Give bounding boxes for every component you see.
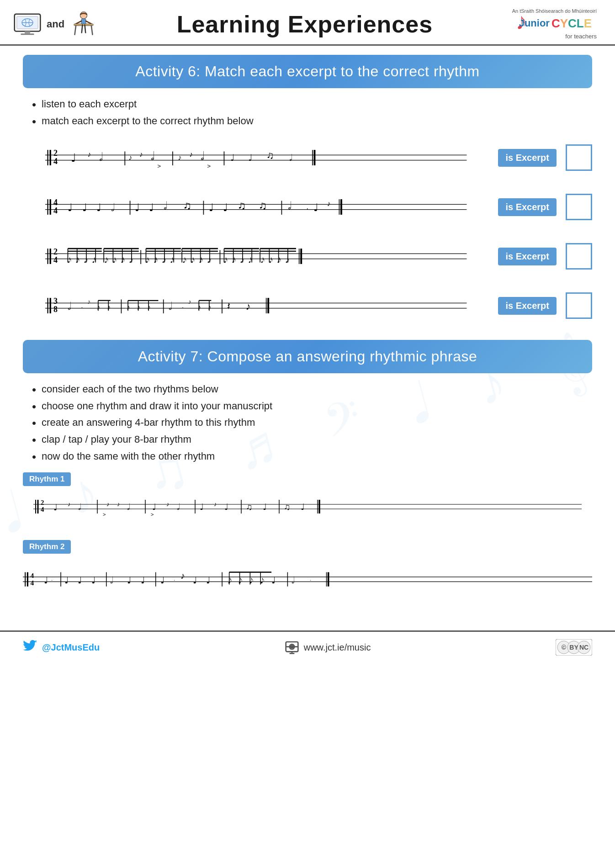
svg-text:♪: ♪ [246,301,251,312]
footer: @JctMusEdu www.jct.ie/music © B [0,630,615,663]
svg-text:♩: ♩ [263,502,267,512]
svg-text:𝅘𝅥𝅯: 𝅘𝅥𝅯 [232,257,236,263]
rhythm1-section: Rhythm 1 2 4 ♩ ♪ 𝅗𝅥 > ♪ [23,472,592,526]
svg-text:♩: ♩ [206,576,210,586]
svg-text:♪: ♪ [87,150,91,158]
svg-text:♪: ♪ [117,501,120,508]
svg-text:𝅘𝅥𝅯: 𝅘𝅥𝅯 [269,257,273,263]
svg-text:>: > [103,512,106,517]
staff-3: 2 4 𝅘𝅥𝅯 𝅘𝅥𝅯 𝅘𝅥𝅯 𝅘𝅥𝅯 [23,236,489,277]
excerpt-box-2[interactable] [566,194,592,220]
cc-icon: © BY NC [556,639,592,656]
svg-text:♩: ♩ [44,576,48,586]
svg-line-9 [86,21,91,24]
bullet-item: choose one rhythm and draw it into your … [32,400,592,413]
svg-text:.: . [174,577,175,582]
svg-text:♩: ♩ [160,576,164,586]
svg-text:.: . [306,203,308,211]
svg-text:𝅘𝅥𝅯: 𝅘𝅥𝅯 [224,257,228,263]
excerpt-label-3: is Excerpt [498,248,557,265]
rhythm-row-3: 2 4 𝅘𝅥𝅯 𝅘𝅥𝅯 𝅘𝅥𝅯 𝅘𝅥𝅯 [23,236,592,277]
student-icon [70,11,97,37]
svg-text:♩: ♩ [224,502,228,512]
svg-rect-3 [21,33,34,35]
svg-text:𝅘𝅥𝅯: 𝅘𝅥𝅯 [121,257,125,263]
svg-text:♪: ♪ [68,501,71,508]
logo-main: 𝅘𝅥𝅯 Junior CYCLE [517,14,592,33]
svg-text:♩: ♩ [53,503,58,512]
globe-icon [285,640,299,655]
activity7-banner: Activity 7: Compose an answering rhythmi… [23,340,592,373]
rhythm2-staff: 4 4 ♩ . ♩ ♩ ♩ 𝅗𝅥 ♩ ♩ ♩ [23,557,592,598]
excerpt-box-3[interactable] [566,243,592,270]
svg-text:4: 4 [31,572,34,579]
activity6-banner: Activity 6: Match each excerpt to the co… [23,55,592,88]
svg-text:♫: ♫ [238,199,246,212]
svg-text:♫: ♫ [183,199,191,212]
excerpt-box-1[interactable] [566,144,592,171]
bullet-item: listen to each excerpt [32,98,592,111]
bullet-item: create an answering 4-bar rhythm to this… [32,417,592,430]
svg-line-11 [75,26,76,34]
svg-text:𝅘𝅥𝅮: 𝅘𝅥𝅮 [228,578,232,584]
svg-text:♩: ♩ [271,576,276,586]
svg-text:♩: ♩ [141,576,145,586]
bullet-item: match each excerpt to the correct rhythm… [32,115,592,128]
svg-text:♫: ♫ [246,502,252,512]
logo-for-teachers: for teachers [512,33,597,40]
svg-text:.: . [51,577,53,582]
activity6-bullets: listen to each excerpt match each excerp… [23,98,592,128]
svg-text:♪: ♪ [128,153,132,161]
svg-text:2: 2 [41,499,44,506]
svg-rect-10 [74,24,93,26]
twitter-handle: @JctMusEdu [42,642,100,653]
svg-text:♩: ♩ [209,202,214,213]
activity7-title: Activity 7: Compose an answering rhythmi… [37,348,578,365]
svg-text:4: 4 [41,506,44,513]
logo-small-text: An tSraith Shóisearach do Mhúinteoirí [512,8,597,14]
svg-text:♩: ♩ [71,152,76,164]
rhythm1-label: Rhythm 1 [23,472,71,486]
svg-text:♩: ♩ [82,202,87,213]
svg-text:♪: ♪ [214,501,217,508]
svg-text:>: > [207,163,211,169]
excerpt-box-4[interactable] [566,292,592,319]
svg-text:𝅘𝅥𝅮: 𝅘𝅥𝅮 [260,578,264,584]
svg-text:4: 4 [53,206,58,215]
svg-text:♪: ♪ [188,298,191,305]
main-content: Activity 6: Match each excerpt to the co… [0,46,615,621]
svg-text:♩: ♩ [64,576,69,586]
svg-text:♩: ♩ [301,502,305,512]
rhythm1-staff: 2 4 ♩ ♪ 𝅗𝅥 > ♪ ♪ 𝅗𝅥 > ♩ [23,490,592,526]
excerpt-label-2: is Excerpt [498,198,557,216]
rhythm-row-4: 3 8 𝅗𝅥 . ♪ ♪ ♪ [23,285,592,326]
rhythm2-section: Rhythm 2 4 4 ♩ . ♩ ♩ ♩ [23,540,592,598]
svg-text:♪: ♪ [189,150,193,158]
website-url: www.jct.ie/music [304,642,371,653]
logo-junior-text: Junior [519,17,550,29]
svg-text:𝅘𝅥𝅯: 𝅘𝅥𝅯 [199,257,203,263]
svg-rect-2 [25,31,30,33]
svg-text:𝅘𝅥𝅯: 𝅘𝅥𝅯 [105,257,108,263]
svg-text:𝅗𝅥: 𝅗𝅥 [288,201,291,210]
svg-text:>: > [151,512,154,517]
page-wrapper: and Learn [0,0,615,663]
header-and-text: and [47,18,64,30]
svg-text:𝅘𝅥𝅯: 𝅘𝅥𝅯 [68,257,71,263]
twitter-icon [23,640,37,655]
footer-website: www.jct.ie/music [285,640,371,655]
svg-text:𝅘𝅥𝅯: 𝅘𝅥𝅯 [154,257,158,263]
svg-text:♩: ♩ [78,576,82,586]
excerpt-label-1: is Excerpt [498,149,557,167]
svg-text:♩: ♩ [230,153,234,163]
svg-text:𝅘𝅥𝅯: 𝅘𝅥𝅯 [277,257,281,263]
svg-text:.: . [310,577,311,582]
svg-text:𝅗𝅥: 𝅗𝅥 [110,577,113,584]
svg-text:♪: ♪ [327,200,330,207]
bullet-item: consider each of the two rhythms below [32,383,592,397]
svg-line-14 [85,25,86,33]
rhythm-row-2: 4 4 ♩ ♩ ♩ 𝅗𝅥 ♩ ♩ 𝅗𝅥 ♫ ♩ ♩ [23,186,592,228]
svg-text:♪: ♪ [178,153,181,161]
activity7-bullets: consider each of the two rhythms below c… [23,383,592,463]
svg-line-12 [91,26,93,34]
